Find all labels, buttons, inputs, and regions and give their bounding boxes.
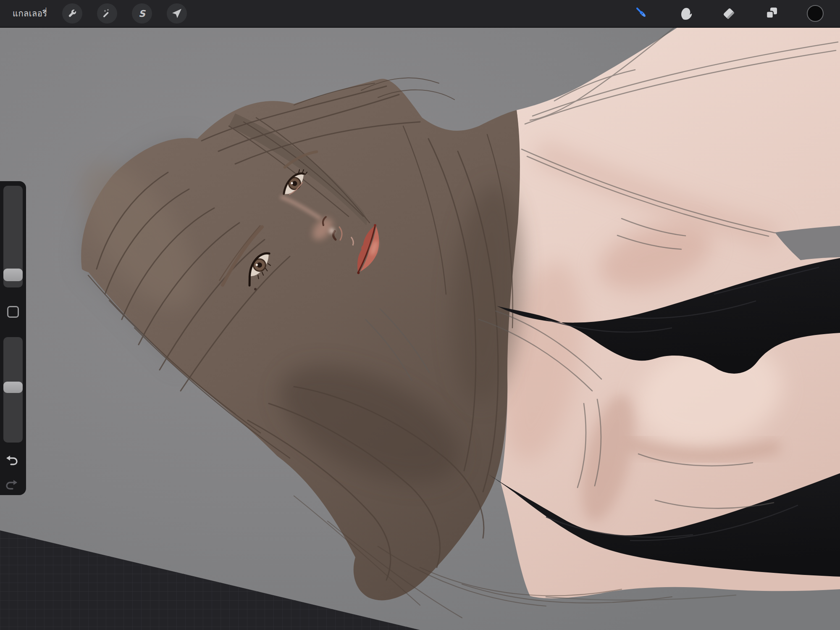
- eraser-icon: [720, 5, 737, 22]
- arrow-cursor-icon: [171, 8, 182, 19]
- svg-text:S: S: [139, 8, 146, 19]
- magic-wand-icon: [102, 8, 113, 19]
- selection-button[interactable]: S: [132, 3, 152, 24]
- smudge-tool-button[interactable]: [671, 0, 700, 27]
- smudge-finger-icon: [677, 5, 694, 22]
- paint-tool-button[interactable]: [627, 0, 657, 27]
- layers-button[interactable]: [757, 0, 787, 27]
- redo-arrow-icon: [5, 477, 19, 491]
- undo-button[interactable]: [3, 451, 20, 468]
- procreate-app: { "topbar": { "gallery_label": "แกลเลอรี…: [0, 0, 840, 630]
- top-toolbar: แกลเลอรี่ S: [0, 0, 840, 28]
- transform-button[interactable]: [167, 3, 187, 24]
- canvas-painting[interactable]: [0, 0, 840, 630]
- modify-button[interactable]: [7, 306, 19, 318]
- wrench-icon: [67, 8, 78, 19]
- adjustments-button[interactable]: [97, 3, 117, 24]
- redo-button[interactable]: [3, 476, 20, 493]
- erase-tool-button[interactable]: [714, 0, 743, 27]
- right-toolbar: [627, 0, 840, 27]
- layers-icon: [764, 5, 780, 22]
- undo-arrow-icon: [5, 453, 19, 467]
- brush-size-handle[interactable]: [3, 269, 23, 281]
- actions-button[interactable]: [62, 3, 82, 24]
- opacity-slider[interactable]: [3, 337, 23, 443]
- brush-sidebar: [0, 181, 26, 495]
- beauty-mark: [254, 288, 257, 290]
- color-swatch-circle: [806, 4, 824, 23]
- color-swatch-button[interactable]: [801, 0, 830, 27]
- gallery-button[interactable]: แกลเลอรี่: [13, 7, 47, 20]
- opacity-handle[interactable]: [3, 382, 23, 393]
- brush-size-slider[interactable]: [3, 186, 23, 287]
- s-curve-icon: S: [136, 8, 147, 19]
- paintbrush-icon: [634, 5, 651, 22]
